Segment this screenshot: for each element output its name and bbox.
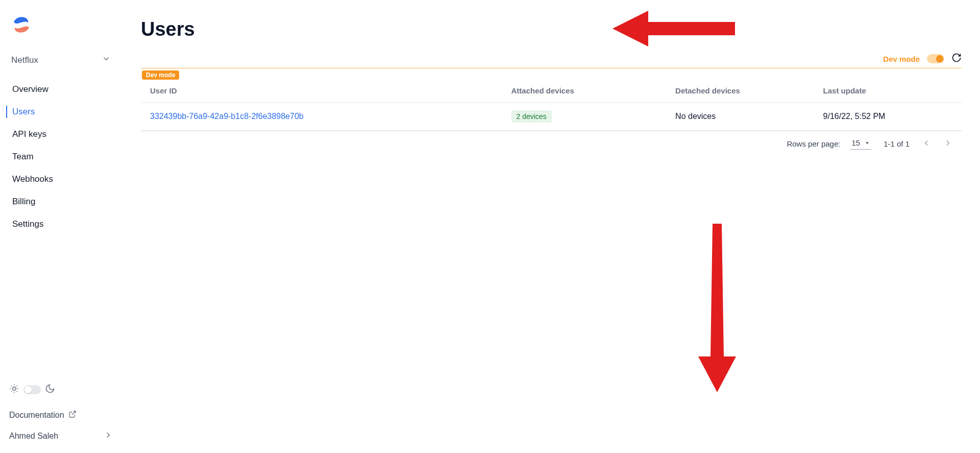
prev-page-button[interactable] bbox=[922, 138, 931, 149]
dev-mode-badge: Dev mode bbox=[142, 70, 179, 80]
brand-logo bbox=[0, 9, 122, 49]
sidebar-item-settings[interactable]: Settings bbox=[0, 213, 122, 235]
sun-icon bbox=[9, 384, 19, 396]
sidebar-item-team[interactable]: Team bbox=[0, 146, 122, 168]
sidebar-nav: Overview Users API keys Team Webhooks Bi… bbox=[0, 78, 122, 235]
detached-devices-value: No devices bbox=[675, 112, 716, 121]
svg-line-7 bbox=[11, 391, 12, 392]
col-updated: Last update bbox=[814, 79, 962, 103]
svg-line-3 bbox=[11, 386, 12, 386]
attached-devices-badge: 2 devices bbox=[511, 110, 552, 123]
users-table: User ID Attached devices Detached device… bbox=[141, 79, 962, 131]
sidebar: Netflux Overview Users API keys Team Web… bbox=[0, 0, 122, 453]
svg-line-9 bbox=[71, 411, 75, 415]
rows-per-page-label: Rows per page: bbox=[787, 139, 840, 148]
dev-mode-label: Dev mode bbox=[883, 55, 920, 63]
moon-icon bbox=[45, 384, 55, 396]
chevron-right-icon bbox=[104, 431, 113, 442]
chevron-down-icon bbox=[102, 54, 111, 66]
user-id-link[interactable]: 332439bb-76a9-42a9-b1c8-2f6e3898e70b bbox=[150, 112, 304, 121]
pagination-range: 1-1 of 1 bbox=[884, 139, 910, 148]
documentation-label: Documentation bbox=[9, 411, 64, 420]
refresh-button[interactable] bbox=[951, 53, 962, 65]
sidebar-item-users[interactable]: Users bbox=[0, 101, 122, 123]
sidebar-item-overview[interactable]: Overview bbox=[0, 78, 122, 101]
last-update-value: 9/16/22, 5:52 PM bbox=[823, 112, 886, 121]
col-attached: Attached devices bbox=[502, 79, 667, 103]
svg-point-0 bbox=[13, 387, 16, 391]
chevron-down-icon bbox=[864, 140, 870, 146]
sidebar-item-billing[interactable]: Billing bbox=[0, 190, 122, 213]
col-detached: Detached devices bbox=[666, 79, 814, 103]
svg-line-4 bbox=[17, 391, 17, 392]
col-user-id: User ID bbox=[141, 79, 502, 103]
table-row[interactable]: 332439bb-76a9-42a9-b1c8-2f6e3898e70b 2 d… bbox=[141, 103, 962, 131]
sidebar-item-api-keys[interactable]: API keys bbox=[0, 123, 122, 146]
account-menu[interactable]: Ahmed Saleh bbox=[9, 425, 113, 447]
theme-toggle-row bbox=[9, 384, 113, 396]
documentation-link[interactable]: Documentation bbox=[9, 405, 113, 425]
dev-mode-toggle[interactable] bbox=[927, 54, 944, 63]
svg-line-8 bbox=[17, 386, 17, 386]
svg-marker-10 bbox=[866, 142, 869, 144]
next-page-button[interactable] bbox=[943, 138, 952, 149]
page-toolbar: Dev mode bbox=[141, 53, 962, 65]
svg-marker-12 bbox=[698, 224, 736, 392]
rows-per-page-value: 15 bbox=[851, 138, 860, 147]
theme-toggle[interactable] bbox=[23, 385, 41, 394]
rows-per-page-select[interactable]: 15 bbox=[850, 137, 871, 150]
sidebar-item-webhooks[interactable]: Webhooks bbox=[0, 168, 122, 190]
table-pagination: Rows per page: 15 1-1 of 1 bbox=[141, 131, 962, 156]
users-table-box: Dev mode User ID Attached devices Detach… bbox=[141, 68, 962, 131]
org-selector[interactable]: Netflux bbox=[5, 49, 117, 71]
account-name: Ahmed Saleh bbox=[9, 432, 58, 441]
main-content: Users Dev mode Dev mode User ID Attached… bbox=[122, 0, 980, 453]
org-name: Netflux bbox=[11, 55, 38, 65]
external-link-icon bbox=[68, 410, 77, 420]
page-title: Users bbox=[141, 18, 962, 40]
annotation-arrow-bottom bbox=[694, 224, 740, 392]
